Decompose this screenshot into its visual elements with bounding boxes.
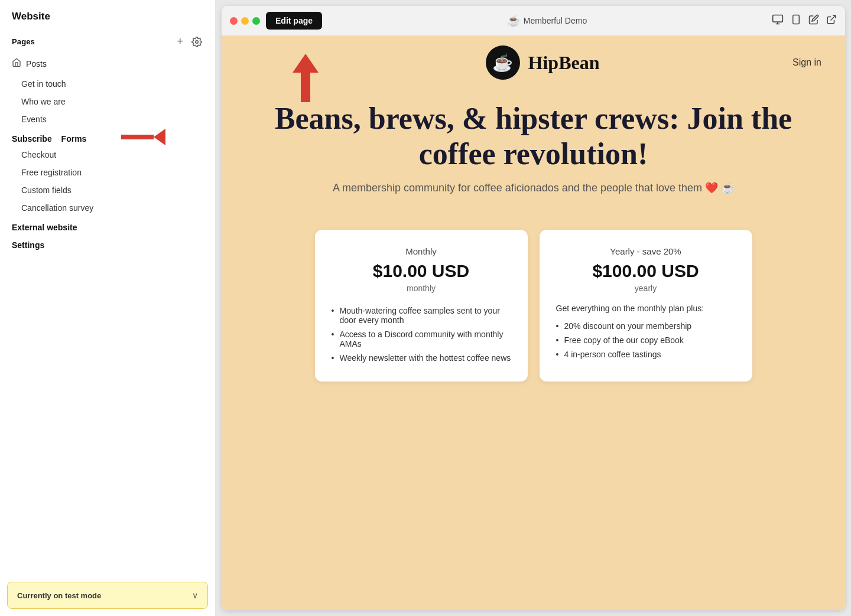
edit-page-button[interactable]: Edit page: [266, 12, 322, 30]
browser-container: Edit page ☕ Memberful Demo: [216, 0, 851, 616]
who-we-are-label: Who we are: [21, 97, 66, 106]
browser-toolbar: Edit page ☕ Memberful Demo: [222, 6, 845, 36]
pages-section-header: Pages +: [0, 28, 215, 53]
custom-fields-label: Custom fields: [21, 185, 72, 195]
events-label: Events: [21, 115, 47, 124]
pages-label: Pages: [12, 37, 35, 46]
yearly-plan-price: $100.00 USD: [556, 261, 736, 281]
arrow-head-up: [293, 54, 319, 73]
pages-actions: +: [176, 34, 203, 49]
sidebar-item-events[interactable]: Events: [0, 110, 215, 128]
browser-view-controls: [772, 14, 837, 28]
yearly-plan-period: yearly: [556, 283, 736, 293]
yearly-plan-card: Yearly - save 20% $100.00 USD yearly Get…: [540, 230, 752, 382]
site-name-text: Memberful Demo: [524, 16, 587, 25]
subscribe-forms-section: Subscribe Forms: [0, 128, 215, 146]
sidebar-item-external-website[interactable]: External website: [0, 217, 215, 234]
sidebar-item-cancellation-survey[interactable]: Cancellation survey: [0, 199, 215, 217]
monthly-plan-period: monthly: [332, 283, 511, 293]
svg-line-6: [831, 15, 836, 20]
forms-label: Forms: [61, 134, 87, 144]
monthly-plan-price: $10.00 USD: [332, 261, 511, 281]
external-website-label: External website: [12, 223, 77, 232]
desktop-view-icon[interactable]: [772, 14, 784, 28]
monthly-plan-features: Mouth-watering coffee samples sent to yo…: [332, 304, 511, 365]
logo-circle: ☕: [486, 45, 520, 80]
monthly-feature-3: Weekly newsletter with the hottest coffe…: [332, 351, 511, 365]
add-page-button[interactable]: +: [176, 34, 184, 49]
sign-in-link[interactable]: Sign in: [792, 57, 821, 68]
subscribe-forms-arrow-indicator: [121, 129, 165, 145]
yearly-feature-2: Free copy of the our copy eBook: [556, 333, 736, 347]
arrow-shaft-up: [301, 73, 310, 102]
up-arrow: [293, 54, 319, 102]
settings-nav-label: Settings: [12, 240, 44, 250]
yearly-feature-1: 20% discount on your membership: [556, 319, 736, 333]
monthly-feature-1: Mouth-watering coffee samples sent to yo…: [332, 304, 511, 327]
sidebar-item-free-registration[interactable]: Free registration: [0, 164, 215, 181]
arrow-shaft: [121, 135, 154, 139]
external-link-icon[interactable]: [826, 14, 837, 28]
test-mode-banner[interactable]: Currently on test mode ∨: [7, 582, 208, 609]
checkout-label: Checkout: [21, 150, 56, 159]
home-icon: [12, 58, 21, 70]
sidebar-item-who-we-are[interactable]: Who we are: [0, 93, 215, 110]
sidebar-item-posts[interactable]: Posts: [0, 53, 215, 75]
browser-window-controls: [230, 17, 260, 25]
monthly-plan-card: Monthly $10.00 USD monthly Mouth-waterin…: [315, 230, 528, 382]
test-mode-label: Currently on test mode: [17, 591, 101, 600]
yearly-extra-text: Get everything on the monthly plan plus:: [556, 304, 736, 313]
up-arrow-overlay: [293, 54, 319, 102]
maximize-dot[interactable]: [252, 17, 260, 25]
posts-label: Posts: [26, 59, 47, 69]
yearly-plan-label: Yearly - save 20%: [556, 246, 736, 256]
svg-rect-4: [793, 15, 800, 24]
hero-title: Beans, brews, & hipster crews: Join the …: [257, 101, 810, 172]
yearly-feature-3: 4 in-person coffee tastings: [556, 347, 736, 361]
sidebar-title: Website: [0, 0, 215, 28]
sidebar-item-custom-fields[interactable]: Custom fields: [0, 181, 215, 199]
hero-subtitle: A membership community for coffee aficio…: [257, 181, 810, 194]
browser-address-bar: ☕ Memberful Demo: [328, 14, 766, 27]
free-registration-label: Free registration: [21, 168, 82, 177]
pages-settings-button[interactable]: [190, 35, 203, 48]
edit-icon[interactable]: [808, 14, 819, 28]
site-logo-area: ☕ HipBean: [486, 45, 600, 80]
monthly-plan-label: Monthly: [332, 246, 511, 256]
subscribe-label: Subscribe: [12, 134, 52, 144]
monthly-feature-2: Access to a Discord community with month…: [332, 327, 511, 351]
get-in-touch-label: Get in touch: [21, 79, 66, 89]
cancellation-survey-label: Cancellation survey: [21, 203, 93, 213]
brand-name: HipBean: [528, 52, 600, 74]
sidebar: Website Pages + Posts Get in touch Who w…: [0, 0, 216, 616]
minimize-dot[interactable]: [241, 17, 249, 25]
mobile-view-icon[interactable]: [791, 14, 801, 28]
site-icon: ☕: [507, 14, 520, 27]
sidebar-item-settings[interactable]: Settings: [0, 234, 215, 252]
subscribe-forms-group-label[interactable]: Subscribe Forms: [0, 128, 215, 146]
close-dot[interactable]: [230, 17, 238, 25]
sidebar-item-checkout[interactable]: Checkout: [0, 146, 215, 164]
logo-icon: ☕: [492, 53, 513, 73]
site-name-display: ☕ Memberful Demo: [507, 14, 587, 27]
website-preview: ☕ HipBean Sign in Beans, brews, & hipste…: [222, 36, 845, 610]
svg-point-0: [196, 40, 199, 43]
yearly-plan-features: 20% discount on your membership Free cop…: [556, 319, 736, 361]
chevron-down-icon: ∨: [192, 591, 198, 600]
sidebar-item-get-in-touch[interactable]: Get in touch: [0, 75, 215, 93]
browser-window: Edit page ☕ Memberful Demo: [222, 6, 845, 610]
svg-rect-1: [773, 15, 783, 22]
pricing-section: Monthly $10.00 USD monthly Mouth-waterin…: [222, 230, 845, 399]
arrow-head: [154, 129, 165, 145]
hero-section: Beans, brews, & hipster crews: Join the …: [222, 89, 845, 230]
